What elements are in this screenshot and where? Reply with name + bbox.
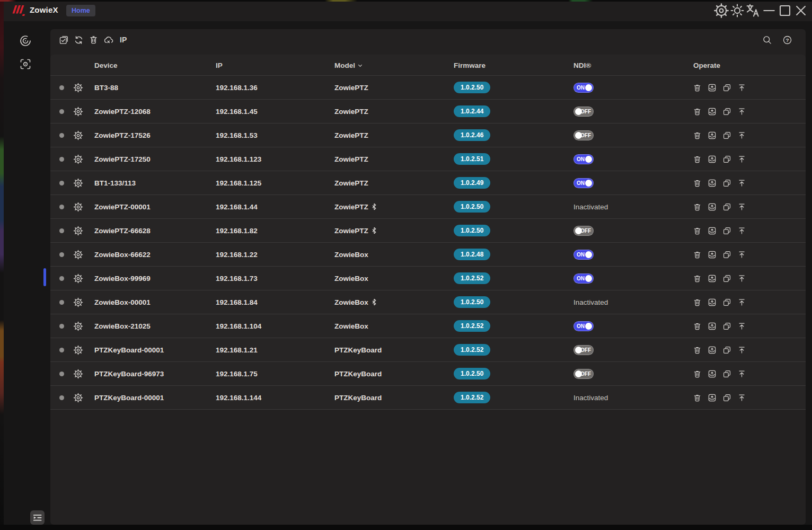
delete-icon[interactable] (693, 131, 702, 140)
device-settings-gear-icon[interactable] (73, 321, 83, 331)
maximize-button[interactable] (777, 0, 793, 21)
upgrade-icon[interactable] (708, 369, 717, 378)
export-top-icon[interactable] (737, 346, 746, 355)
ndi-toggle[interactable]: ON (573, 154, 594, 164)
device-settings-gear-icon[interactable] (73, 83, 83, 93)
copy-icon[interactable] (722, 107, 731, 116)
copy-icon[interactable] (722, 274, 731, 283)
export-top-icon[interactable] (737, 83, 746, 92)
multi-select-icon[interactable] (59, 35, 69, 45)
ndi-toggle[interactable]: ON (573, 178, 594, 188)
delete-icon[interactable] (693, 226, 702, 235)
delete-icon[interactable] (693, 179, 702, 188)
ndi-toggle[interactable]: OFF (573, 345, 594, 355)
device-settings-gear-icon[interactable] (73, 202, 83, 212)
copy-icon[interactable] (722, 202, 731, 211)
export-top-icon[interactable] (737, 298, 746, 307)
upgrade-icon[interactable] (708, 83, 717, 92)
sidebar-item-matrix[interactable] (19, 58, 32, 70)
delete-icon[interactable] (693, 298, 702, 307)
device-settings-gear-icon[interactable] (73, 130, 83, 140)
language-icon[interactable] (745, 0, 761, 21)
ndi-toggle[interactable]: ON (573, 273, 594, 284)
upgrade-icon[interactable] (708, 274, 717, 283)
ndi-toggle[interactable]: OFF (573, 107, 594, 117)
export-top-icon[interactable] (737, 107, 746, 116)
upgrade-icon[interactable] (708, 393, 717, 402)
delete-icon[interactable] (693, 274, 702, 283)
ndi-toggle[interactable]: OFF (573, 369, 594, 379)
upgrade-icon[interactable] (708, 298, 717, 307)
copy-icon[interactable] (722, 131, 731, 140)
search-icon[interactable] (762, 35, 772, 45)
console-log-button[interactable] (30, 510, 45, 525)
delete-icon[interactable] (693, 393, 702, 402)
upgrade-icon[interactable] (708, 322, 717, 331)
copy-icon[interactable] (722, 369, 731, 378)
upgrade-icon[interactable] (708, 107, 717, 116)
settings-icon[interactable] (713, 0, 729, 21)
upgrade-icon[interactable] (708, 202, 717, 211)
export-top-icon[interactable] (737, 322, 746, 331)
ip-mode-label[interactable]: IP (120, 36, 127, 44)
cloud-offline-icon[interactable] (103, 35, 113, 45)
export-top-icon[interactable] (737, 250, 746, 259)
export-top-icon[interactable] (737, 202, 746, 211)
export-top-icon[interactable] (737, 369, 746, 378)
delete-icon[interactable] (693, 155, 702, 164)
copy-icon[interactable] (722, 346, 731, 355)
sidebar-item-discover[interactable] (19, 34, 32, 47)
upgrade-icon[interactable] (708, 346, 717, 355)
delete-icon[interactable] (693, 369, 702, 378)
scroll-indicator[interactable] (43, 268, 46, 286)
device-settings-gear-icon[interactable] (73, 297, 83, 307)
upgrade-icon[interactable] (708, 250, 717, 259)
clear-icon[interactable] (89, 35, 99, 45)
device-settings-gear-icon[interactable] (73, 107, 83, 117)
ndi-toggle[interactable]: OFF (573, 226, 594, 236)
minimize-button[interactable] (761, 0, 777, 21)
upgrade-icon[interactable] (708, 131, 717, 140)
upgrade-icon[interactable] (708, 179, 717, 188)
copy-icon[interactable] (722, 322, 731, 331)
copy-icon[interactable] (722, 83, 731, 92)
ndi-toggle[interactable]: ON (573, 321, 594, 331)
device-settings-gear-icon[interactable] (73, 178, 83, 188)
ndi-toggle[interactable]: ON (573, 250, 594, 260)
upgrade-icon[interactable] (708, 226, 717, 235)
export-top-icon[interactable] (737, 274, 746, 283)
copy-icon[interactable] (722, 298, 731, 307)
device-settings-gear-icon[interactable] (73, 273, 83, 284)
device-settings-gear-icon[interactable] (73, 154, 83, 164)
copy-icon[interactable] (722, 393, 731, 402)
theme-icon[interactable] (729, 0, 745, 21)
delete-icon[interactable] (693, 250, 702, 259)
delete-icon[interactable] (693, 83, 702, 92)
device-settings-gear-icon[interactable] (73, 226, 83, 236)
upgrade-icon[interactable] (708, 155, 717, 164)
ndi-toggle[interactable]: OFF (573, 130, 594, 140)
copy-icon[interactable] (722, 226, 731, 235)
device-settings-gear-icon[interactable] (73, 345, 83, 355)
tab-home[interactable]: Home (66, 5, 95, 16)
device-settings-gear-icon[interactable] (73, 250, 83, 260)
export-top-icon[interactable] (737, 155, 746, 164)
refresh-icon[interactable] (74, 35, 84, 45)
export-top-icon[interactable] (737, 226, 746, 235)
export-top-icon[interactable] (737, 131, 746, 140)
copy-icon[interactable] (722, 179, 731, 188)
copy-icon[interactable] (722, 250, 731, 259)
device-settings-gear-icon[interactable] (73, 369, 83, 379)
delete-icon[interactable] (693, 107, 702, 116)
export-top-icon[interactable] (737, 179, 746, 188)
device-settings-gear-icon[interactable] (73, 393, 83, 403)
close-button[interactable] (793, 0, 809, 21)
header-model[interactable]: Model (334, 55, 363, 76)
delete-icon[interactable] (693, 346, 702, 355)
copy-icon[interactable] (722, 155, 731, 164)
delete-icon[interactable] (693, 322, 702, 331)
delete-icon[interactable] (693, 202, 702, 211)
help-icon[interactable]: ? (782, 35, 792, 45)
export-top-icon[interactable] (737, 393, 746, 402)
ndi-toggle[interactable]: ON (573, 83, 594, 93)
